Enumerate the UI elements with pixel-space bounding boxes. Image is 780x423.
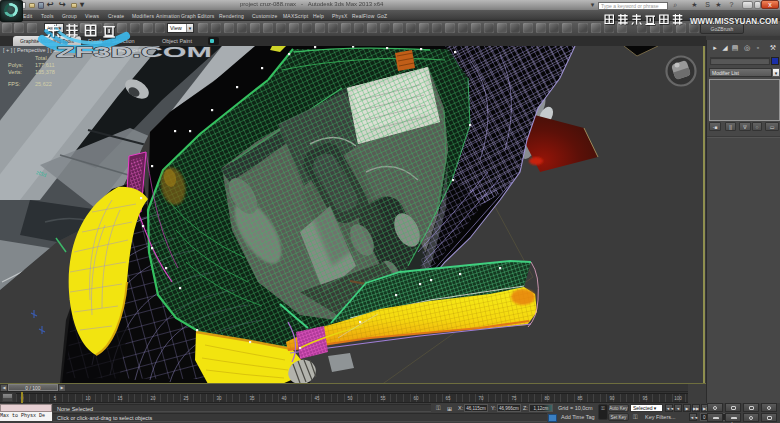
svg-text:Polys:: Polys: bbox=[8, 62, 23, 68]
svg-text:135,378: 135,378 bbox=[35, 69, 55, 75]
svg-text:Total: Total bbox=[35, 55, 47, 61]
svg-text:FPS:: FPS: bbox=[8, 81, 21, 87]
svg-text:25,622: 25,622 bbox=[35, 81, 52, 87]
svg-text:177,611: 177,611 bbox=[35, 62, 54, 68]
svg-text:Verts:: Verts: bbox=[8, 69, 23, 75]
svg-text:[ + ] [ Perspective ] [ Smooth: [ + ] [ Perspective ] [ Smooth + Highlig… bbox=[3, 47, 145, 53]
